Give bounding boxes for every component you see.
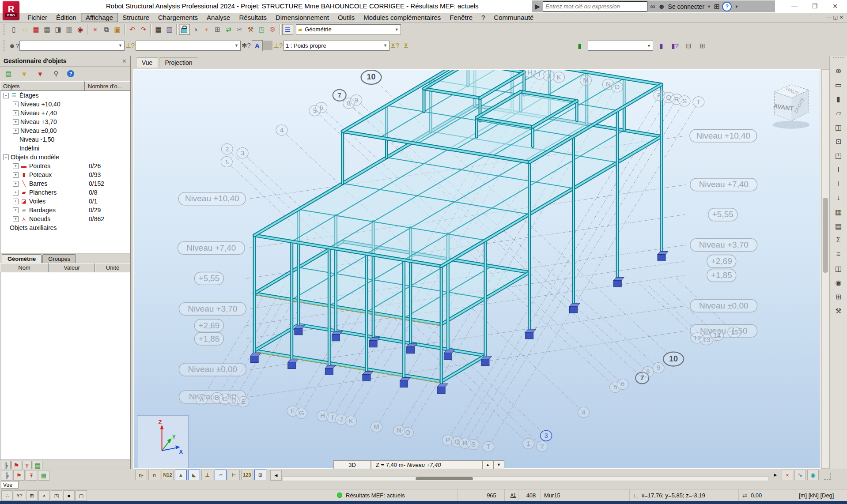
menu-item-structure[interactable]: Structure [118,13,154,22]
table-up-icon[interactable]: ⊞ [697,40,708,51]
modify-tools-icon[interactable]: ⚒ [245,24,256,35]
pan-icon[interactable]: + [201,24,212,35]
chevron-down-icon[interactable]: ▼ [232,43,238,48]
bar-selection-combo[interactable]: ▼ [136,41,241,51]
cart-icon[interactable]: ⊞ [714,2,719,11]
tree-expander-icon[interactable]: + [13,199,19,204]
slab-icon[interactable]: ▱ [832,107,845,119]
menu-item-modules-compl-mentaires[interactable]: Modules complémentaires [359,13,445,22]
wall-icon[interactable]: ◫ [832,121,845,133]
panels-display-icon[interactable]: ▱ [215,470,227,480]
tree-expander-icon[interactable]: − [3,93,9,98]
delete-icon[interactable]: × [90,24,101,35]
tree-expander-icon[interactable]: + [13,172,19,178]
load-icon[interactable]: ↓ [832,192,845,204]
hide-selection-icon[interactable]: × [782,470,793,480]
menu-item-fichier[interactable]: Fichier [23,13,52,22]
tree-expander-icon[interactable]: + [13,163,19,169]
section-characteristics-icon[interactable]: Σ [832,234,845,246]
column-icon[interactable]: ▮ [832,93,845,105]
chevron-down-icon[interactable]: ▼ [645,44,651,48]
tree-row-noeuds[interactable]: +⋏Noeuds0/862 [0,214,130,223]
mdi-restore-button[interactable]: ◱ [833,15,837,20]
tree-row-voiles[interactable]: +◪Voiles0/1 [0,197,130,206]
search-binoculars-icon[interactable]: ∞ [650,3,655,11]
edit-document-icon[interactable]: ▥ [64,24,75,35]
vertical-scrollbar[interactable] [821,69,829,469]
delete-mode-icon[interactable]: × [38,490,50,501]
result-bar-help-icon[interactable]: ▮? [669,40,681,51]
user-icon[interactable]: ☻ [658,3,666,11]
gray-panel-icon[interactable] [263,41,272,50]
tree-row-barres[interactable]: +╲Barres0/152 [0,179,130,188]
view-tab[interactable]: Vue [1,481,19,489]
section-profile-icon[interactable]: Ⅰ [832,163,845,176]
dimensions-display-icon[interactable]: ⊢ [228,470,240,480]
display-legend-icon[interactable]: ☰ [282,24,293,35]
panel-close-icon[interactable]: ✕ [122,58,127,64]
menu-item-analyse[interactable]: Analyse [202,13,234,22]
undo-icon[interactable]: ↶ [127,24,138,35]
axis-definition-icon[interactable]: ⊕ [832,64,845,77]
supports-display-icon[interactable]: ▲ [175,470,187,480]
node-numbers-icon[interactable]: η- [135,470,147,480]
expand-arrow-icon[interactable]: ▶ [535,2,540,11]
tree-header-objects[interactable]: Objets [0,81,85,91]
view-wire-icon[interactable]: ▢ [76,490,87,501]
menu-item-affichage[interactable]: Affichage [81,13,118,22]
bar-numbers-icon[interactable]: n [148,470,160,480]
support-icon[interactable]: ⊥ [832,177,845,190]
menu-item-outils[interactable]: Outils [333,13,359,22]
calculation-report-icon[interactable]: ▥ [164,24,175,35]
level-ruler-icon[interactable]: ⊥? [272,40,284,51]
object-3d-icon[interactable]: ◳ [256,24,267,35]
tree-expander-icon[interactable]: + [13,207,19,213]
lock-results-icon[interactable] [179,24,190,35]
tree-expander-icon[interactable]: + [13,216,19,222]
result-bar-colored-icon[interactable]: ▮ [656,40,667,51]
tree-row-poutres[interactable]: +▬Poutres0/26 [0,162,130,170]
filter-icon[interactable]: ▼ [19,69,29,79]
tree-expander-icon[interactable]: + [13,190,19,196]
grid-icon[interactable]: ⊞ [832,290,845,303]
panel-tab-géométrie[interactable]: Géométrie [2,254,42,263]
sections-display-icon[interactable]: ◣ [188,470,200,480]
zoom-icon[interactable]: ◑ [190,24,201,35]
help-icon[interactable]: ? [722,2,732,11]
copy-icon[interactable]: ⧉ [101,24,112,35]
edit-selection-icon[interactable]: ✂ [234,24,245,35]
nodes-display-icon[interactable]: ⊥ [201,470,213,480]
property-header-unit[interactable]: Unité [95,263,130,272]
status-a1-icon[interactable]: A1 [504,489,518,501]
help-chevron-icon[interactable]: ▼ [734,4,738,9]
tree-expander-icon[interactable]: + [13,128,19,134]
tree-expander-icon[interactable]: + [13,102,19,107]
tree-expander-icon[interactable]: − [3,154,9,160]
scroll-left-icon[interactable]: ◀ [270,470,282,481]
node-selection-icon[interactable]: ☻? [8,40,19,51]
load-display2-icon[interactable]: ⊻ [401,40,412,51]
tree-expander-icon[interactable]: + [13,110,19,116]
zoom-window-icon[interactable]: ⊞ [212,24,223,35]
geometry-layout-combo[interactable]: ▰Géométrie▼ [296,24,401,34]
tree-row-objets-du-mod-le[interactable]: −Objets du modèle [0,153,130,162]
resize-grip[interactable] [824,473,831,480]
restore-button[interactable]: ❐ [805,0,825,12]
strip-layers-icon[interactable]: ▤ [38,470,49,481]
level-up-button[interactable]: ▲ [482,460,493,469]
numbers-display-icon[interactable]: 123 [241,470,253,480]
calculator-icon[interactable]: ▦ [153,24,164,35]
menu-item-chargements[interactable]: Chargements [154,13,202,22]
status-units-cell[interactable]: [m] [kN] [Deg] [795,489,847,501]
menu-item-fen-tre[interactable]: Fenêtre [445,13,477,22]
redo-icon[interactable]: ↷ [138,24,149,35]
tree-row-planchers[interactable]: +▰Planchers0/8 [0,188,130,197]
minimize-button[interactable]: — [784,0,805,12]
table-down-icon[interactable]: ⊟ [683,40,694,51]
mdi-close-button[interactable]: ✕ [839,15,843,20]
volume-icon[interactable]: ◳ [832,149,845,162]
vertical-scrollbar-thumb[interactable] [823,198,828,273]
view-mode-cell[interactable]: 3D [333,460,371,469]
beam-icon[interactable]: ▭ [832,79,845,91]
tree-row-étages[interactable]: −☰Étages [0,91,130,100]
